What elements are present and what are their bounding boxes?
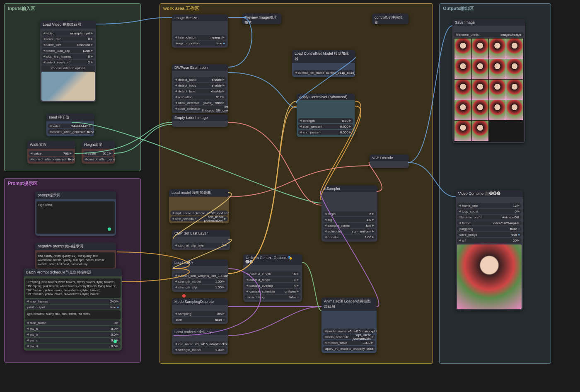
field-stop-layer[interactable]: ◀stop_at_clip_layer-2▶: [173, 243, 229, 248]
field-value[interactable]: ◀value344444447▶: [48, 123, 93, 128]
prompt-textarea[interactable]: High detail,: [36, 201, 115, 234]
field-save-image[interactable]: save_imagetrue●: [457, 232, 522, 237]
field-strength-clip[interactable]: ◀strength_clip1.00▶: [173, 285, 227, 290]
field-closed-loop[interactable]: closed_loopfalse○: [244, 295, 301, 300]
node-title: DWPose Estimation: [172, 64, 228, 71]
node-title: Image Resize: [172, 15, 228, 21]
field-sampling[interactable]: ◀samplinglcm▶: [173, 311, 227, 316]
field-value[interactable]: ◀value768▶: [29, 151, 74, 156]
field-zsnr[interactable]: zsnrfalse○: [173, 317, 227, 322]
node-save-image[interactable]: Save Image filename_prefiximages/image: [452, 19, 525, 143]
field-pw-b[interactable]: ◀pw_b0.0▶: [25, 332, 121, 337]
batch-textarea[interactable]: "0":"spring, pink flowers, white flowers…: [25, 278, 121, 298]
field-loop-count[interactable]: ◀loop_count0▶: [457, 209, 522, 214]
node-title: Uniform Context Options 🎭🅐🅓: [243, 254, 302, 265]
field-motion-scale[interactable]: ◀motion_scale1.000▶: [323, 340, 375, 345]
field-select-nth[interactable]: ◀select_every_nth2▶: [41, 60, 95, 65]
field-pingpong[interactable]: pingpongfalse○: [457, 226, 522, 231]
field-start-percent[interactable]: ◀start_percent0.000▶: [298, 124, 353, 129]
field-pose-est[interactable]: ◀pose_estimatordw-ll_ucoco_384.onnx▶: [173, 106, 227, 111]
upload-button[interactable]: choose video to upload: [41, 65, 95, 71]
field-ctx-length[interactable]: ◀context_length16▶: [244, 271, 301, 276]
field-resolution[interactable]: ◀resolution512▶: [173, 94, 227, 99]
field-prefix[interactable]: filename_prefiximages/image: [454, 32, 524, 37]
field-control[interactable]: ◀control_after_generatefixed▶: [48, 129, 93, 134]
node-title: negative prompt负向提示词: [35, 242, 116, 250]
field-detect-face[interactable]: ◀detect_facedisable▶: [173, 89, 227, 94]
node-vae-decode[interactable]: VAE Decode: [370, 155, 409, 168]
field-pw-a[interactable]: ◀pw_a0.0▶: [25, 326, 121, 331]
field-format[interactable]: ◀formatvideo/h265-mp4▶: [457, 220, 522, 225]
field-pw-c[interactable]: ◀pw_c0.0▶: [25, 338, 121, 343]
node-animatediff-loader[interactable]: AnimateDiff Loader动画模型加载器 ◀model_namev3_…: [321, 298, 377, 353]
node-load-lora[interactable]: Load LoRA ◀pytorch_lora_weights_lcm_1.5.…: [172, 259, 228, 292]
field-end-percent[interactable]: ◀end_percent0.550▶: [298, 130, 353, 135]
node-load-controlnet[interactable]: Load ControlNet Model 模型加载器 ◀control_net…: [292, 50, 355, 77]
node-apply-controlnet[interactable]: Apply ControlNet (Advanced) ◀strength0.8…: [297, 94, 355, 137]
node-uniform-context[interactable]: Uniform Context Options 🎭🅐🅓 ◀context_len…: [243, 254, 302, 302]
node-seed[interactable]: seed 种子值 ◀value344444447▶ ◀control_after…: [46, 114, 94, 136]
neg-prompt-textarea[interactable]: bad quality, (worst quality:1.2), low qu…: [36, 252, 115, 268]
field-force-rate[interactable]: ◀force_rate0▶: [41, 36, 95, 41]
node-load-model[interactable]: Load model 模型加载器 ◀ckpt_nameaniverse_v15P…: [169, 189, 229, 223]
field-denoise[interactable]: ◀denoise1.00▶: [323, 235, 376, 240]
field-apply-v2[interactable]: apply_v2_models_properlyfalse○: [323, 346, 375, 351]
field-pw-d[interactable]: ◀pw_d0.0▶: [25, 344, 121, 348]
field-start-frame[interactable]: ◀start_frame0▶: [25, 320, 121, 325]
field-strength-model[interactable]: ◀strength_model1.00▶: [173, 279, 227, 284]
group-title: Outputs输出区: [443, 5, 474, 12]
field-force-size[interactable]: ◀force_sizeDisabled▶: [41, 42, 95, 47]
field-ctx-overlap[interactable]: ◀context_overlap4▶: [244, 283, 301, 288]
node-prompt[interactable]: prompt提示词 High detail,: [35, 191, 116, 236]
field-lora-name[interactable]: ◀lora_namev3_sd15_adapter.ckpt▶: [173, 341, 227, 346]
node-ksampler[interactable]: KSampler ◀steps6▶ ◀cfg1.0▶ ◀sampler_name…: [321, 185, 377, 242]
field-ctx-schedule[interactable]: ◀context_scheduleuniform▶: [244, 289, 301, 294]
field-video[interactable]: ◀videoexample.mp4▶: [41, 31, 95, 36]
field-steps[interactable]: ◀steps6▶: [323, 211, 376, 216]
field-prefix[interactable]: filename_prefixAnimateDiff: [457, 215, 522, 220]
node-video-combine[interactable]: Video Combine 🎥🅥🅗🅢 ◀frame_rate12▶ ◀loop_…: [456, 190, 523, 310]
node-preview-image[interactable]: Preview Image图片预览: [242, 14, 281, 24]
node-model-sampling[interactable]: ModelSamplingDiscrete ◀samplinglcm▶ zsnr…: [172, 298, 228, 324]
node-neg-prompt[interactable]: negative prompt负向提示词 bad quality, (worst…: [35, 242, 116, 270]
field-ctx-stride[interactable]: ◀context_stride1▶: [244, 277, 301, 282]
field-frame-rate[interactable]: ◀frame_rate12▶: [457, 203, 522, 208]
field-detect-hand[interactable]: ◀detect_handenable▶: [173, 77, 227, 82]
field-interpolation[interactable]: ◀interpolationnearest▶: [173, 35, 227, 40]
field-skip-first[interactable]: ◀skip_first_frames0▶: [41, 54, 95, 59]
field-frame-cap[interactable]: ◀frame_load_cap1200▶: [41, 48, 95, 53]
field-cfg[interactable]: ◀cfg1.0▶: [323, 217, 376, 222]
field-control[interactable]: ◀control_after_generatefixed▶: [29, 157, 74, 162]
node-image-resize[interactable]: Image Resize ◀interpolationnearest▶ keep…: [172, 15, 228, 48]
node-dwpose[interactable]: DWPose Estimation ◀detect_handenable▶ ◀d…: [172, 64, 228, 113]
field-cn-name[interactable]: ◀control_net_namecontrol_v11p_sd15_openp…: [293, 70, 354, 75]
field-sampler[interactable]: ◀sampler_namelcm▶: [323, 223, 376, 228]
field-beta[interactable]: ◀beta_schedulesqrt_linear (AnimateDiff)▶: [170, 216, 228, 221]
node-empty-latent[interactable]: Empty Latent Image: [172, 114, 228, 127]
node-height[interactable]: Height高度 ◀value512▶ ◀control_after_gener…: [82, 141, 115, 164]
node-lora-model-only[interactable]: LoraLoaderModelOnly ◀lora_namev3_sd15_ad…: [172, 329, 228, 354]
field-scheduler[interactable]: ◀schedulersgm_uniform▶: [323, 229, 376, 234]
field-beta[interactable]: ◀beta_schedulesqrt_linear (AnimateDiff)▶: [323, 334, 375, 339]
field-print-output[interactable]: print_outputtrue●: [25, 305, 121, 310]
field-lora-name[interactable]: ◀pytorch_lora_weights_lcm_1.5.safetensor…: [173, 273, 227, 278]
field-strength-model[interactable]: ◀strength_model1.00▶: [173, 347, 227, 352]
field-max-frames[interactable]: ◀max_frames240▶: [25, 299, 121, 304]
field-value[interactable]: ◀value512▶: [83, 151, 114, 156]
field-control[interactable]: ◀control_after_generatefixed▶: [83, 157, 114, 162]
field-strength[interactable]: ◀strength0.80▶: [298, 118, 353, 123]
node-title: LoraLoaderModelOnly: [172, 329, 228, 335]
node-clip-skip[interactable]: CLIP Set Last Layer ◀stop_at_clip_layer-…: [172, 230, 230, 250]
field-keep-proportion[interactable]: keep_proportiontrue●: [173, 41, 227, 46]
save-image-grid: [454, 38, 524, 142]
node-batch-prompt[interactable]: Batch Prompt Schedule节点定时控制器 "0":"spring…: [24, 269, 122, 351]
node-title: AnimateDiff Loader动画模型加载器: [321, 298, 377, 311]
field-detect-body[interactable]: ◀detect_bodyenable▶: [173, 83, 227, 88]
batch-suffix-textarea[interactable]: 1girl, beautiful, sunny, trail, park, fo…: [25, 310, 121, 319]
node-width[interactable]: Width宽度 ◀value768▶ ◀control_after_genera…: [27, 141, 75, 164]
node-load-video[interactable]: Load Video 视频加载器 ◀videoexample.mp4▶ ◀for…: [40, 21, 96, 102]
node-cn-mid[interactable]: controlNet中间预览: [372, 14, 408, 24]
node-title: Width宽度: [27, 141, 75, 149]
node-title: Batch Prompt Schedule节点定时控制器: [24, 269, 122, 276]
field-crf[interactable]: ◀crf20▶: [457, 238, 522, 243]
